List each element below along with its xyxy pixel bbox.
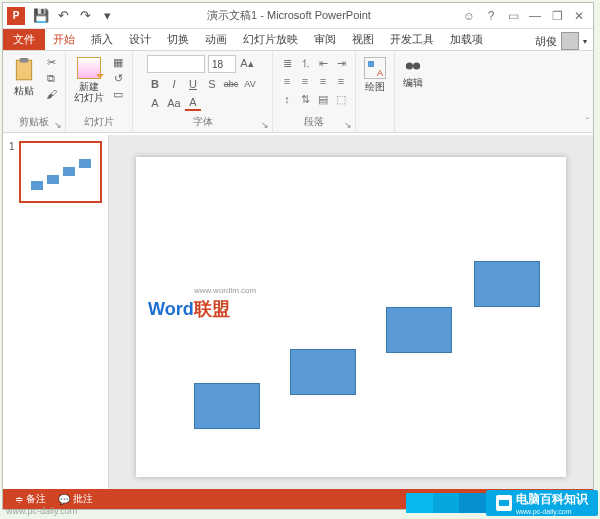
slide-thumbnails-pane[interactable]: 1 bbox=[3, 135, 109, 489]
shape-rect-1[interactable] bbox=[194, 383, 260, 429]
text-direction-icon[interactable]: ⇅ bbox=[297, 91, 313, 107]
italic-button[interactable]: I bbox=[166, 76, 182, 92]
watermark: www.wordlm.com Word联盟 bbox=[148, 297, 230, 321]
char-spacing-button[interactable]: AV bbox=[242, 76, 258, 92]
slide-thumbnail-1[interactable] bbox=[19, 141, 102, 203]
tab-slideshow[interactable]: 幻灯片放映 bbox=[235, 29, 306, 50]
group-font: 18 A▴ B I U S abc AV A Aa A 字体 ↘ bbox=[133, 51, 273, 132]
page-site-label: www.pc-daily.com bbox=[6, 506, 77, 516]
site-badge: 电脑百科知识 www.pc-daily.com bbox=[406, 489, 598, 517]
increase-font-icon[interactable]: A▴ bbox=[239, 55, 255, 71]
clipboard-launcher-icon[interactable]: ↘ bbox=[54, 120, 62, 130]
bullets-icon[interactable]: ≣ bbox=[279, 55, 295, 71]
title-bar: P 💾 ↶ ↷ ▾ 演示文稿1 - Microsoft PowerPoint ☺… bbox=[3, 3, 593, 29]
close-icon[interactable]: ✕ bbox=[569, 7, 589, 25]
group-paragraph: ≣ ⒈ ⇤ ⇥ ≡ ≡ ≡ ≡ ↕ ⇅ ▤ ⬚ 段落 ↘ bbox=[273, 51, 356, 132]
badge-stripes bbox=[406, 493, 486, 513]
cut-icon[interactable]: ✂ bbox=[43, 55, 59, 69]
align-center-icon[interactable]: ≡ bbox=[297, 73, 313, 89]
tab-home[interactable]: 开始 bbox=[45, 29, 83, 50]
justify-icon[interactable]: ≡ bbox=[333, 73, 349, 89]
ribbon: 粘贴 ✂ ⧉ 🖌 剪贴板 ↘ 新建 幻灯片 ▦ ↺ bbox=[3, 51, 593, 133]
monitor-icon bbox=[496, 495, 512, 511]
badge-url: www.pc-daily.com bbox=[516, 508, 588, 515]
shape-rect-4[interactable] bbox=[474, 261, 540, 307]
quick-access-toolbar: 💾 ↶ ↷ ▾ bbox=[29, 8, 119, 24]
qat-dropdown-icon[interactable]: ▾ bbox=[99, 8, 115, 24]
svg-rect-0 bbox=[16, 60, 31, 80]
shape-rect-2[interactable] bbox=[290, 349, 356, 395]
save-icon[interactable]: 💾 bbox=[33, 8, 49, 24]
align-left-icon[interactable]: ≡ bbox=[279, 73, 295, 89]
font-launcher-icon[interactable]: ↘ bbox=[261, 120, 269, 130]
font-size-combo[interactable]: 18 bbox=[208, 55, 236, 73]
clear-format-icon[interactable]: A bbox=[147, 95, 163, 111]
redo-icon[interactable]: ↷ bbox=[77, 8, 93, 24]
clipboard-icon bbox=[11, 57, 37, 83]
notes-button[interactable]: ≑ 备注 bbox=[9, 492, 52, 506]
change-case-icon[interactable]: Aa bbox=[166, 95, 182, 111]
ribbon-collapse-icon[interactable]: ˇ bbox=[586, 117, 589, 128]
tab-animations[interactable]: 动画 bbox=[197, 29, 235, 50]
slide[interactable]: www.wordlm.com Word联盟 bbox=[136, 157, 566, 477]
underline-button[interactable]: U bbox=[185, 76, 201, 92]
indent-inc-icon[interactable]: ⇥ bbox=[333, 55, 349, 71]
copy-icon[interactable]: ⧉ bbox=[43, 71, 59, 85]
user-name: 胡俊 bbox=[535, 34, 557, 49]
group-clipboard: 粘贴 ✂ ⧉ 🖌 剪贴板 ↘ bbox=[3, 51, 66, 132]
ribbon-tabs: 文件 开始 插入 设计 切换 动画 幻灯片放映 审阅 视图 开发工具 加载项 胡… bbox=[3, 29, 593, 51]
reset-icon[interactable]: ↺ bbox=[110, 71, 126, 85]
tab-file[interactable]: 文件 bbox=[3, 29, 45, 50]
font-family-combo[interactable] bbox=[147, 55, 205, 73]
layout-icon[interactable]: ▦ bbox=[110, 55, 126, 69]
undo-icon[interactable]: ↶ bbox=[55, 8, 71, 24]
new-slide-button[interactable]: 新建 幻灯片 bbox=[72, 55, 106, 105]
section-icon[interactable]: ▭ bbox=[110, 87, 126, 101]
indent-dec-icon[interactable]: ⇤ bbox=[315, 55, 331, 71]
numbering-icon[interactable]: ⒈ bbox=[297, 55, 313, 71]
app-icon: P bbox=[7, 7, 25, 25]
new-slide-icon bbox=[77, 57, 101, 79]
slide-canvas-area[interactable]: www.wordlm.com Word联盟 bbox=[109, 135, 593, 489]
binoculars-icon bbox=[404, 57, 422, 75]
tab-review[interactable]: 审阅 bbox=[306, 29, 344, 50]
tab-design[interactable]: 设计 bbox=[121, 29, 159, 50]
restore-icon[interactable]: ❐ bbox=[547, 7, 567, 25]
tab-addins[interactable]: 加载项 bbox=[442, 29, 491, 50]
drawing-button[interactable]: 绘图 bbox=[362, 55, 388, 94]
align-right-icon[interactable]: ≡ bbox=[315, 73, 331, 89]
comments-button[interactable]: 💬 批注 bbox=[52, 492, 99, 506]
strikethrough-button[interactable]: abc bbox=[223, 76, 239, 92]
group-drawing: 绘图 bbox=[356, 51, 395, 132]
bold-button[interactable]: B bbox=[147, 76, 163, 92]
shadow-button[interactable]: S bbox=[204, 76, 220, 92]
avatar bbox=[561, 32, 579, 50]
ribbon-options-icon[interactable]: ▭ bbox=[503, 7, 523, 25]
user-account[interactable]: 胡俊 ▾ bbox=[535, 32, 593, 50]
format-painter-icon[interactable]: 🖌 bbox=[43, 87, 59, 101]
svg-point-2 bbox=[406, 62, 413, 69]
minimize-icon[interactable]: — bbox=[525, 7, 545, 25]
line-spacing-icon[interactable]: ↕ bbox=[279, 91, 295, 107]
help-icon[interactable]: ? bbox=[481, 7, 501, 25]
shape-rect-3[interactable] bbox=[386, 307, 452, 353]
user-dropdown-icon: ▾ bbox=[583, 37, 587, 46]
svg-rect-1 bbox=[20, 58, 29, 62]
thumb-number: 1 bbox=[9, 141, 15, 203]
group-slides: 新建 幻灯片 ▦ ↺ ▭ 幻灯片 bbox=[66, 51, 133, 132]
badge-brand: 电脑百科知识 bbox=[516, 491, 588, 508]
smartart-icon[interactable]: ⬚ bbox=[333, 91, 349, 107]
editing-button[interactable]: 编辑 bbox=[401, 55, 425, 90]
paragraph-launcher-icon[interactable]: ↘ bbox=[344, 120, 352, 130]
shapes-icon bbox=[364, 57, 386, 79]
workspace: 1 www.wordlm.com Word联盟 bbox=[3, 135, 593, 489]
align-text-icon[interactable]: ▤ bbox=[315, 91, 331, 107]
tab-developer[interactable]: 开发工具 bbox=[382, 29, 442, 50]
tab-view[interactable]: 视图 bbox=[344, 29, 382, 50]
font-color-icon[interactable]: A bbox=[185, 95, 201, 111]
tab-insert[interactable]: 插入 bbox=[83, 29, 121, 50]
tab-transitions[interactable]: 切换 bbox=[159, 29, 197, 50]
paste-button[interactable]: 粘贴 bbox=[9, 55, 39, 98]
smiley-icon[interactable]: ☺ bbox=[459, 7, 479, 25]
group-editing: 编辑 bbox=[395, 51, 431, 132]
